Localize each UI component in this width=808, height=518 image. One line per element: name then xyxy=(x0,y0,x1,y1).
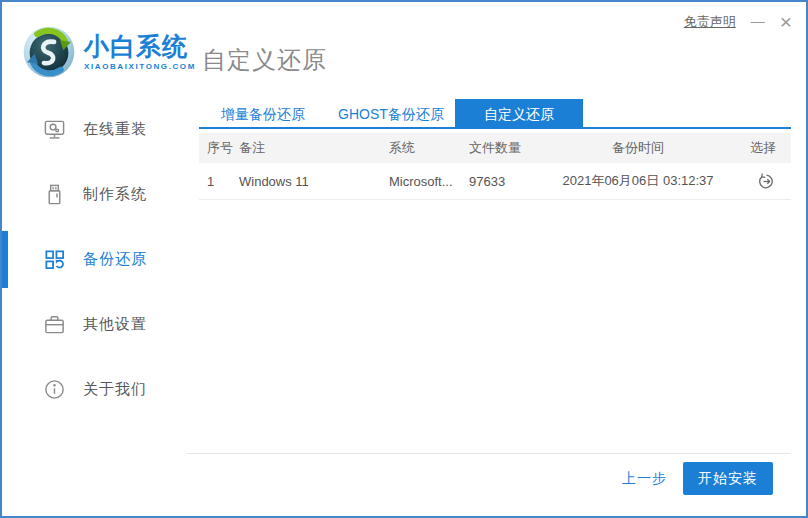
sidebar-item-label: 备份还原 xyxy=(83,250,147,269)
table-header-row: 序号 备注 系统 文件数量 备份时间 选择 xyxy=(199,133,791,163)
info-circle-icon xyxy=(42,378,66,402)
usb-drive-icon xyxy=(42,183,66,207)
close-button[interactable]: × xyxy=(780,11,792,32)
brand-domain: XIAOBAIXITONG.COM xyxy=(84,63,196,71)
sidebar-item-other-settings[interactable]: 其他设置 xyxy=(2,292,187,357)
sidebar-item-label: 制作系统 xyxy=(83,185,147,204)
tab-bar: 增量备份还原 GHOST备份还原 自定义还原 xyxy=(199,99,791,129)
col-header-note: 备注 xyxy=(239,139,389,157)
col-header-select: 选择 xyxy=(734,139,791,157)
cell-seq: 1 xyxy=(199,174,239,189)
col-header-seq: 序号 xyxy=(199,139,239,157)
cell-note: Windows 11 xyxy=(239,174,389,189)
disclaimer-link[interactable]: 免责声明 xyxy=(684,13,736,31)
monitor-icon xyxy=(42,118,66,142)
col-header-time: 备份时间 xyxy=(542,139,734,157)
window-controls: 免责声明 — × xyxy=(684,11,792,32)
cell-select xyxy=(734,172,791,191)
tab-ghost-backup-restore[interactable]: GHOST备份还原 xyxy=(327,99,455,127)
backup-grid-icon xyxy=(42,248,66,272)
cell-time: 2021年06月06日 03:12:37 xyxy=(542,172,734,190)
brand-logo: 小白系统 XIAOBAIXITONG.COM xyxy=(22,25,196,79)
sidebar-item-online-reinstall[interactable]: 在线重装 xyxy=(2,97,187,162)
sync-sphere-logo-icon xyxy=(22,25,76,79)
minimize-button[interactable]: — xyxy=(751,14,765,30)
sidebar: 在线重装 制作系统 xyxy=(2,97,187,516)
restore-history-icon[interactable] xyxy=(757,172,776,191)
sidebar-item-about-us[interactable]: 关于我们 xyxy=(2,357,187,422)
main-content: 增量备份还原 GHOST备份还原 自定义还原 序号 备注 系统 文件数量 备份时… xyxy=(199,99,791,516)
brand-text: 小白系统 XIAOBAIXITONG.COM xyxy=(84,34,196,71)
backup-table: 序号 备注 系统 文件数量 备份时间 选择 1 Windows 11 Micro… xyxy=(199,133,791,200)
briefcase-icon xyxy=(42,313,66,337)
tab-incremental-backup-restore[interactable]: 增量备份还原 xyxy=(199,99,327,127)
back-link[interactable]: 上一步 xyxy=(622,470,667,488)
page-title: 自定义还原 xyxy=(202,44,327,76)
cell-files: 97633 xyxy=(469,174,542,189)
sidebar-item-make-system[interactable]: 制作系统 xyxy=(2,162,187,227)
sidebar-item-label: 在线重装 xyxy=(83,120,147,139)
sidebar-item-label: 关于我们 xyxy=(83,380,147,399)
col-header-files: 文件数量 xyxy=(469,139,542,157)
header-bar: 小白系统 XIAOBAIXITONG.COM 自定义还原 免责声明 — × xyxy=(2,2,806,99)
sidebar-item-backup-restore[interactable]: 备份还原 xyxy=(2,227,187,292)
brand-name: 小白系统 xyxy=(84,34,196,59)
sidebar-item-label: 其他设置 xyxy=(83,315,147,334)
footer-bar: 上一步 开始安装 xyxy=(187,453,791,503)
start-install-button[interactable]: 开始安装 xyxy=(683,462,773,495)
cell-system: Microsoft... xyxy=(389,174,469,189)
col-header-system: 系统 xyxy=(389,139,469,157)
table-row[interactable]: 1 Windows 11 Microsoft... 97633 2021年06月… xyxy=(199,163,791,200)
tab-custom-restore[interactable]: 自定义还原 xyxy=(455,99,583,127)
app-window: 小白系统 XIAOBAIXITONG.COM 自定义还原 免责声明 — × xyxy=(0,0,808,518)
